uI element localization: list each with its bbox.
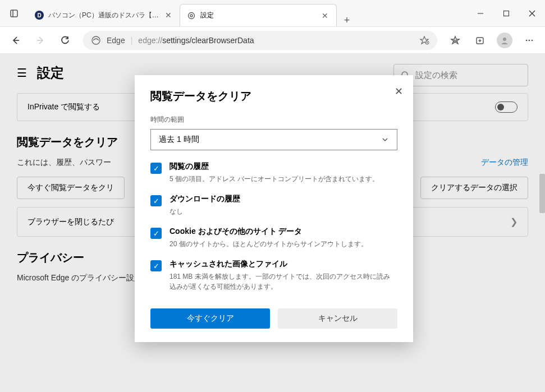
cancel-button[interactable]: キャンセル [278,308,397,329]
time-range-select[interactable]: 過去 1 時間 [150,129,397,150]
clear-data-dialog: ✕ 閲覧データをクリア 時間の範囲 過去 1 時間 ✓ 閲覧の履歴 5 個の項目… [135,75,413,342]
addr-prefix: Edge [107,36,125,45]
avatar [497,33,512,48]
checkbox-checked-icon[interactable]: ✓ [150,195,162,206]
tab-title: パソコン（PC）通販のドスパラ【公式 [48,11,159,20]
minimize-button[interactable] [468,0,493,26]
dialog-title: 閲覧データをクリア [150,89,397,104]
refresh-button[interactable] [54,30,76,50]
svg-point-22 [532,39,533,41]
checkbox-checked-icon[interactable]: ✓ [150,228,162,239]
favorite-icon[interactable] [419,35,429,45]
profile-button[interactable] [493,30,516,50]
collections-button[interactable] [469,30,491,50]
back-button[interactable] [4,30,27,50]
dialog-close-button[interactable]: ✕ [395,85,403,98]
edge-icon [91,35,101,45]
gear-icon [187,11,196,20]
close-icon[interactable]: ✕ [164,10,173,21]
close-window-button[interactable] [519,0,545,26]
check-cache[interactable]: ✓ キャッシュされた画像とファイル 181 MB 未満を解放します。一部のサイト… [150,259,392,292]
check-download-history[interactable]: ✓ ダウンロードの履歴 なし [150,194,392,216]
svg-point-20 [526,39,528,41]
data-type-list: ✓ 閲覧の履歴 5 個の項目。アドレス バーにオートコンプリートが含まれています… [150,162,397,302]
svg-point-21 [529,39,530,41]
svg-point-2 [189,12,195,19]
svg-rect-0 [11,10,17,17]
tab-title: 設定 [200,11,316,20]
addr-url: edge://settings/clearBrowserData [138,36,254,45]
tab-actions-icon[interactable] [4,4,24,23]
svg-point-19 [503,38,506,41]
clear-now-button[interactable]: 今すぐクリア [150,308,270,329]
svg-rect-5 [504,11,509,16]
scrollbar-thumb[interactable] [539,174,545,213]
checkbox-checked-icon[interactable]: ✓ [150,163,162,174]
check-cookies[interactable]: ✓ Cookie およびその他のサイト データ 20 個のサイトから。ほとんどの… [150,227,392,249]
checkbox-checked-icon[interactable]: ✓ [150,260,162,271]
close-icon[interactable]: ✕ [320,10,329,21]
favorites-button[interactable] [444,30,466,50]
maximize-button[interactable] [493,0,519,26]
range-label: 時間の範囲 [150,115,397,124]
menu-button[interactable] [518,30,541,50]
titlebar: D パソコン（PC）通販のドスパラ【公式 ✕ 設定 ✕ + [0,0,545,27]
svg-point-3 [190,15,193,17]
tab-settings[interactable]: 設定 ✕ [180,4,337,26]
forward-button [29,30,52,50]
address-bar[interactable]: Edge | edge://settings/clearBrowserData [83,31,437,50]
chevron-down-icon [381,136,389,144]
toolbar: Edge | edge://settings/clearBrowserData [0,27,545,54]
site-icon: D [35,11,44,20]
check-browsing-history[interactable]: ✓ 閲覧の履歴 5 個の項目。アドレス バーにオートコンプリートが含まれています… [150,162,392,184]
new-tab-button[interactable]: + [337,15,357,26]
tab-dospara[interactable]: D パソコン（PC）通販のドスパラ【公式 ✕ [28,4,180,26]
